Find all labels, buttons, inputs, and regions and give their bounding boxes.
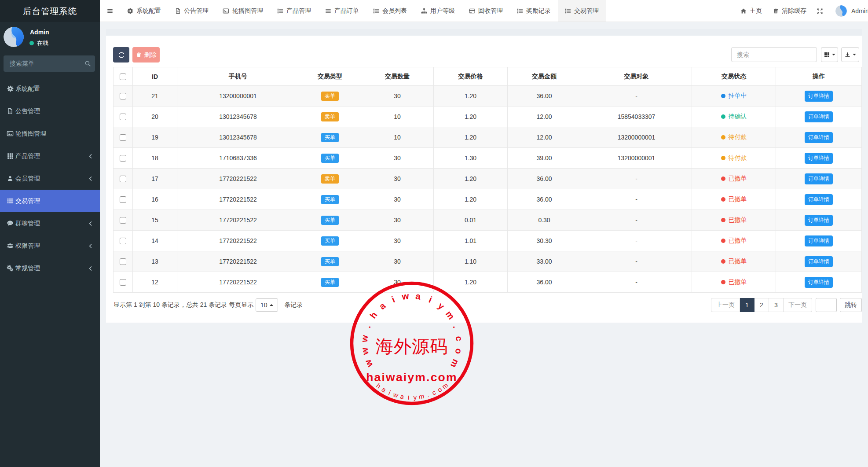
svg-text:w: w xyxy=(363,358,375,369)
svg-text:a: a xyxy=(415,290,421,301)
svg-text:海外源码: 海外源码 xyxy=(375,337,448,357)
svg-text:w: w xyxy=(392,390,399,399)
svg-text:h: h xyxy=(368,310,379,320)
svg-text:.: . xyxy=(451,323,462,329)
svg-text:i: i xyxy=(427,294,433,304)
svg-text:w: w xyxy=(359,347,370,356)
svg-text:c: c xyxy=(431,388,437,397)
svg-text:a: a xyxy=(377,300,388,311)
svg-text:c: c xyxy=(454,335,465,342)
svg-text:m: m xyxy=(449,358,461,369)
svg-text:w: w xyxy=(401,290,410,302)
svg-text:y: y xyxy=(436,300,447,311)
svg-text:a: a xyxy=(381,385,388,393)
svg-text:i: i xyxy=(390,294,396,304)
svg-text:.: . xyxy=(362,323,373,329)
svg-text:i: i xyxy=(388,389,392,396)
svg-text:.: . xyxy=(426,391,430,398)
svg-text:y: y xyxy=(413,393,417,401)
svg-text:m: m xyxy=(418,392,425,401)
svg-text:w: w xyxy=(359,335,370,343)
svg-text:i: i xyxy=(407,393,409,401)
svg-text:o: o xyxy=(454,348,465,355)
svg-text:a: a xyxy=(399,392,405,400)
svg-text:m: m xyxy=(444,309,457,321)
